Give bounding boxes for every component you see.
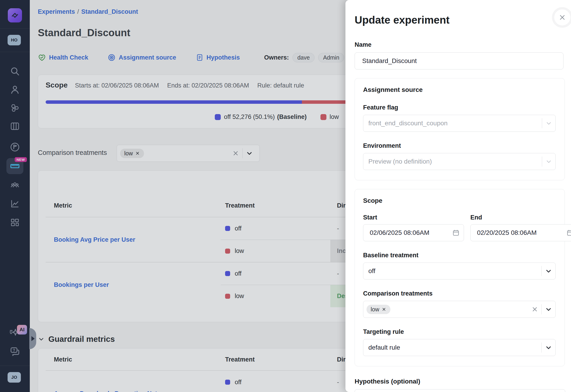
calendar-icon[interactable] [566,229,571,237]
update-experiment-drawer: Update experiment Name Assignment source… [345,0,571,392]
chevron-down-icon[interactable] [542,267,556,275]
hypothesis-textarea[interactable] [355,389,565,392]
clear-selection-icon[interactable] [528,306,542,313]
comparison-treatments-select[interactable]: low [363,301,556,318]
start-label: Start [363,214,464,221]
hypothesis-optional-label: Hypothesis (optional) [355,378,571,385]
calendar-icon[interactable] [452,229,460,237]
scope-heading: Scope [363,197,556,204]
start-date-value: 02/06/2025 08:06AM [370,229,429,237]
targeting-rule-label: Targeting rule [363,328,556,336]
name-label: Name [355,41,571,48]
start-date-group: Start 02/06/2025 08:06AM [363,204,464,241]
feature-flag-value: front_end_discount_coupon [368,120,448,127]
chevron-down-icon [542,120,556,127]
end-label: End [470,214,571,221]
baseline-treatment-label: Baseline treatment [363,252,556,259]
name-input[interactable] [355,53,563,70]
targeting-rule-select[interactable]: default rule [363,339,556,356]
comparison-treatments-label: Comparison treatments [363,290,556,297]
environment-label: Environment [363,142,556,149]
chevron-down-icon [542,158,556,165]
start-date-input[interactable]: 02/06/2025 08:06AM [363,224,464,241]
chevron-down-icon[interactable] [542,306,556,313]
baseline-treatment-select[interactable]: off [363,263,556,280]
end-date-group: End 02/20/2025 08:06AM [470,204,571,241]
targeting-rule-value: default rule [368,344,400,351]
chip-label: low [371,306,379,313]
close-icon [558,14,566,21]
close-button[interactable] [552,7,571,28]
environment-select[interactable]: Preview (no definition) [363,153,556,170]
chevron-down-icon[interactable] [542,344,556,351]
feature-flag-label: Feature flag [363,104,556,111]
environment-value: Preview (no definition) [368,158,432,165]
end-date-input[interactable]: 02/20/2025 08:06AM [470,224,571,241]
assignment-source-heading: Assignment source [363,86,556,94]
baseline-treatment-value: off [368,267,375,275]
end-date-value: 02/20/2025 08:06AM [477,229,537,237]
drawer-title: Update experiment [355,14,571,26]
chip-remove-icon[interactable] [382,307,386,312]
assignment-source-card: Assignment source Feature flag front_end… [355,78,565,180]
scope-card: Scope Start 02/06/2025 08:06AM End 02/20… [355,189,565,366]
treatment-chip-low[interactable]: low [367,305,390,314]
feature-flag-select[interactable]: front_end_discount_coupon [363,115,556,132]
